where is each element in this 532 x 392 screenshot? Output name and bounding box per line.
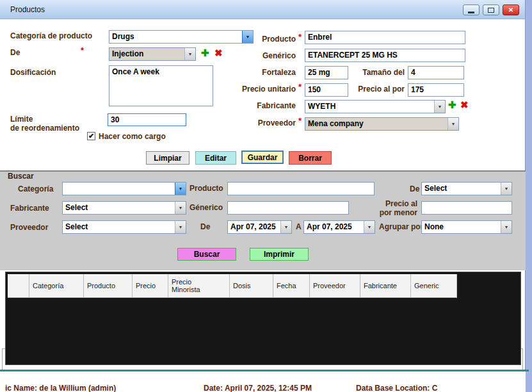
buscar-proveedor-value: Select <box>63 221 175 233</box>
status-location: Data Base Location: C <box>356 384 437 392</box>
date-from-picker[interactable]: Apr 07, 2025 ▼ <box>227 220 292 234</box>
title-bar: Productos <box>0 0 525 19</box>
close-icon: ✕ <box>508 6 513 13</box>
grid-column-header[interactable]: Fabricante <box>360 274 411 298</box>
imprimir-button[interactable]: Imprimir <box>250 248 309 261</box>
required-marker: * <box>298 82 302 92</box>
precio-por-input[interactable]: 175 <box>408 83 464 97</box>
checkmark-icon: ✔ <box>88 132 94 140</box>
de-value: Injection <box>109 48 184 60</box>
proveedor-combo[interactable]: Mena company ▼ <box>305 117 459 131</box>
grid-column-header[interactable]: Precio <box>133 274 168 298</box>
fabricante-value: WYETH <box>305 101 434 113</box>
grid-header: Categoría Producto Precio Precio Minoris… <box>8 274 519 298</box>
required-marker: * <box>298 116 302 126</box>
required-marker: * <box>81 45 84 55</box>
dosificacion-textarea[interactable]: Once A week <box>109 65 213 106</box>
chevron-down-icon[interactable]: ▼ <box>242 31 253 43</box>
grid-column-header[interactable]: Proveedor <box>310 274 360 298</box>
productos-window: Productos ✕ Categoría de producto Drugs … <box>0 0 526 370</box>
proveedor-value: Mena company <box>305 118 447 130</box>
delete-fabricante-icon[interactable]: ✖ <box>460 99 469 111</box>
date-from-value: Apr 07, 2025 <box>228 221 280 233</box>
minimize-button[interactable] <box>463 4 480 15</box>
chevron-down-icon[interactable]: ▼ <box>175 221 186 233</box>
precio-unitario-label: Precio unitario <box>242 85 296 94</box>
categoria-combo[interactable]: Drugs ▼ <box>109 30 254 44</box>
buscar-de-combo[interactable]: Select ▼ <box>421 182 512 195</box>
buscar-precio-menor-label: Precio al por menor <box>380 199 417 217</box>
close-button[interactable]: ✕ <box>503 4 519 15</box>
maximize-icon <box>488 8 494 13</box>
buscar-categoria-value <box>63 183 175 195</box>
chevron-down-icon[interactable]: ▼ <box>175 183 186 195</box>
delete-category-icon[interactable]: ✖ <box>214 47 223 59</box>
status-date: Date: April 07, 2025, 12:45 PM <box>204 384 312 392</box>
chevron-down-icon[interactable]: ▼ <box>184 48 195 60</box>
fortaleza-input[interactable]: 25 mg <box>305 66 348 79</box>
de-combo[interactable]: Injection ▼ <box>109 47 196 61</box>
grid-column-header[interactable]: Precio Minorista <box>168 274 230 298</box>
chevron-down-icon[interactable]: ▼ <box>434 101 445 113</box>
producto-input[interactable]: Enbrel <box>305 31 465 44</box>
grid-body-empty <box>8 298 519 362</box>
maximize-button[interactable] <box>483 4 499 15</box>
grid-corner-cell[interactable] <box>8 274 29 298</box>
window-title: Productos <box>10 5 45 14</box>
buscar-categoria-label: Categoría <box>18 184 53 193</box>
limite-label: Límite de reordenamiento <box>10 115 79 133</box>
buscar-proveedor-combo[interactable]: Select ▼ <box>62 220 186 234</box>
chevron-down-icon[interactable]: ▼ <box>447 118 458 130</box>
chevron-down-icon[interactable]: ▼ <box>501 221 512 233</box>
grid-column-header[interactable]: Producto <box>84 274 133 298</box>
fortaleza-label: Fortaleza <box>262 68 296 77</box>
buscar-de-value: Select <box>422 183 501 195</box>
cargo-checkbox[interactable]: ✔ <box>87 132 95 140</box>
screen: Productos ✕ Categoría de producto Drugs … <box>0 0 532 392</box>
tamano-label: Tamaño del <box>362 68 405 77</box>
producto-label: Producto <box>262 35 296 44</box>
limpiar-button[interactable]: Limpiar <box>146 151 189 165</box>
chevron-down-icon[interactable]: ▼ <box>280 221 291 233</box>
dosificacion-label: Dosificación <box>10 68 56 77</box>
chevron-down-icon[interactable]: ▼ <box>364 221 375 233</box>
buscar-button[interactable]: Buscar <box>177 248 236 261</box>
buscar-proveedor-label: Proveedor <box>10 223 48 232</box>
add-category-icon[interactable]: ✚ <box>201 47 209 59</box>
de-label: De <box>10 48 20 57</box>
add-fabricante-icon[interactable]: ✚ <box>448 99 456 111</box>
buscar-producto-input[interactable] <box>227 182 375 195</box>
borrar-button[interactable]: Borrar <box>289 151 332 165</box>
buscar-fecha-a-label: A <box>296 222 302 231</box>
date-to-picker[interactable]: Apr 07, 2025 ▼ <box>303 220 375 234</box>
generico-label: Genérico <box>262 51 296 60</box>
minimize-icon <box>468 12 474 13</box>
buscar-fabricante-combo[interactable]: Select ▼ <box>62 201 186 215</box>
proveedor-label: Proveedor <box>258 118 296 127</box>
grid-column-header[interactable]: Generic <box>411 274 457 298</box>
buscar-generico-input[interactable] <box>227 201 349 215</box>
status-user: ic Name: de la Willium (admin) <box>5 384 116 392</box>
grid-column-header[interactable]: Fecha <box>273 274 310 298</box>
chevron-down-icon[interactable]: ▼ <box>501 183 512 195</box>
fabricante-combo[interactable]: WYETH ▼ <box>305 100 446 113</box>
grid-column-header[interactable]: Dosis <box>230 274 273 298</box>
buscar-precio-menor-input[interactable] <box>421 201 512 215</box>
buscar-agrupar-value: None <box>422 221 501 233</box>
tamano-input[interactable]: 4 <box>408 66 464 79</box>
buscar-de-label: De <box>410 184 419 193</box>
generico-input[interactable]: ETANERCEPT 25 MG HS <box>305 49 465 62</box>
buscar-agrupar-combo[interactable]: None ▼ <box>421 220 512 234</box>
buscar-categoria-combo[interactable]: ▼ <box>62 182 186 195</box>
limite-input[interactable]: 30 <box>108 113 186 126</box>
editar-button[interactable]: Editar <box>195 151 236 165</box>
categoria-value: Drugs <box>109 31 242 43</box>
buscar-generico-label: Génerico <box>189 203 223 212</box>
results-grid[interactable]: Categoría Producto Precio Precio Minoris… <box>5 272 521 365</box>
grid-column-header[interactable]: Categoría <box>29 274 84 298</box>
precio-unitario-input[interactable]: 150 <box>305 83 348 97</box>
chevron-down-icon[interactable]: ▼ <box>175 202 186 214</box>
required-marker: * <box>298 32 302 42</box>
date-to-value: Apr 07, 2025 <box>304 221 364 233</box>
guardar-button[interactable]: Guardar <box>241 151 284 164</box>
